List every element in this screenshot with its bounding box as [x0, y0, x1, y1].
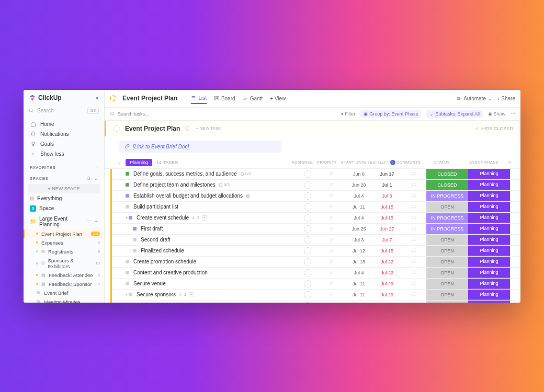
comments-cell[interactable]	[401, 237, 426, 243]
task-status-square[interactable]	[126, 194, 129, 198]
nav-goals[interactable]: Goals	[24, 139, 104, 149]
due-date-cell[interactable]: Jul 22	[373, 270, 401, 275]
automate-button[interactable]: Automate ⌄	[456, 96, 492, 101]
due-date-cell[interactable]: Jul 15	[373, 204, 401, 210]
assignee-cell[interactable]	[296, 247, 320, 255]
task-status-square[interactable]	[133, 227, 137, 230]
priority-cell[interactable]	[320, 281, 345, 286]
priority-cell[interactable]	[320, 171, 345, 177]
phase-cell[interactable]: Planning	[468, 213, 510, 223]
phase-cell[interactable]: Planning	[468, 191, 510, 201]
sidebar-list-item[interactable]: Expenses5	[24, 238, 104, 247]
col-priority[interactable]: PRIORITY	[314, 160, 339, 165]
comments-cell[interactable]	[401, 171, 426, 177]
task-status-square[interactable]	[126, 260, 129, 263]
comments-cell[interactable]	[401, 292, 426, 297]
priority-cell[interactable]	[320, 259, 345, 264]
assignee-cell[interactable]	[296, 302, 320, 303]
search-spaces-icon[interactable]	[86, 176, 91, 181]
assignee-cell[interactable]	[296, 214, 320, 222]
start-date-cell[interactable]: Jul 12	[345, 248, 373, 253]
everything-item[interactable]: ⊞ Everything	[24, 193, 104, 203]
assignee-cell[interactable]	[296, 170, 320, 178]
task-row[interactable]: Content and creative productionJul 4Jul …	[112, 268, 520, 279]
phase-cell[interactable]: Planning	[468, 235, 510, 245]
show-button[interactable]: ◉ Show	[488, 111, 505, 117]
add-subtask-button[interactable]: +	[202, 215, 207, 221]
phase-cell[interactable]: Planning	[468, 202, 510, 212]
status-cell[interactable]: OPEN	[426, 279, 468, 289]
sidebar-list-item[interactable]: ⊞Registrants9	[24, 247, 104, 256]
due-date-cell[interactable]: Jun 17	[373, 171, 401, 177]
phase-cell[interactable]: Planning	[468, 279, 510, 289]
phase-cell[interactable]: Planning	[468, 169, 510, 179]
task-row[interactable]: Finalized scheduleJul 12Jul 15OPENPlanni…	[112, 246, 520, 257]
tab-list[interactable]: List	[191, 93, 207, 104]
tab-board[interactable]: Board	[214, 94, 235, 103]
sidebar-list-item[interactable]: ▤Feedback: Sponsor6	[24, 280, 104, 289]
doc-attachment-icon[interactable]: 🗎	[246, 193, 251, 199]
add-subtask-button[interactable]: +	[189, 292, 194, 297]
start-date-cell[interactable]: Jul 4	[345, 270, 373, 275]
status-cell[interactable]: CLOSED	[426, 169, 468, 179]
due-date-cell[interactable]: Jul 1	[373, 182, 401, 188]
col-assignee[interactable]: ASSIGNEE	[290, 160, 314, 165]
start-date-cell[interactable]: Jun 20	[345, 182, 373, 188]
filter-button[interactable]: ▾ Filter	[341, 111, 356, 117]
start-date-cell[interactable]: Jun 25	[345, 226, 373, 232]
tab-add-view[interactable]: + View	[270, 94, 286, 103]
priority-cell[interactable]	[320, 204, 345, 210]
phase-cell[interactable]: Planning	[468, 301, 510, 303]
folder-item[interactable]: 📁 Large Event Planning ⋯ +	[24, 214, 104, 229]
start-date-cell[interactable]: Jul 4	[345, 193, 373, 199]
assignee-cell[interactable]	[296, 280, 320, 287]
add-column-button[interactable]: ⊕	[505, 160, 515, 165]
group-pill[interactable]: Planning	[126, 159, 152, 166]
due-date-cell[interactable]: Jun 27	[373, 226, 401, 232]
start-date-cell[interactable]: Jul 11	[345, 204, 373, 210]
due-date-cell[interactable]: Jul 8	[373, 193, 401, 199]
expand-toggle-icon[interactable]: ▾	[126, 292, 128, 297]
share-button[interactable]: ‹ Share	[497, 96, 515, 101]
comments-cell[interactable]	[401, 281, 426, 286]
status-cell[interactable]: IN PROGRESS	[426, 224, 468, 234]
start-date-cell[interactable]: Jul 18	[345, 259, 373, 264]
col-due-date[interactable]: DUE DATE ↑	[368, 160, 396, 165]
status-cell[interactable]: IN PROGRESS	[426, 213, 468, 223]
comments-cell[interactable]	[401, 248, 426, 253]
phase-cell[interactable]: Planning	[468, 246, 510, 256]
space-item[interactable]: S Space	[24, 203, 104, 214]
task-status-square[interactable]	[126, 183, 129, 187]
task-row[interactable]: Secure venueJul 11Jul 29OPENPlanning	[112, 279, 520, 290]
start-date-cell[interactable]: Jul 3	[345, 237, 373, 243]
search-input[interactable]: Search ⌘K	[24, 106, 104, 116]
doc-link[interactable]: [Link to Event Brief Doc]	[119, 141, 281, 153]
task-status-square[interactable]	[126, 271, 129, 274]
comments-cell[interactable]	[401, 226, 426, 232]
assignee-cell[interactable]	[296, 258, 320, 266]
status-cell[interactable]: OPEN	[426, 301, 468, 303]
subtasks-pill[interactable]: ⌄Subtasks: Expand All	[426, 110, 483, 118]
phase-cell[interactable]: Planning	[468, 290, 510, 300]
task-row[interactable]: Create promotion scheduleJul 18Jul 22OPE…	[112, 257, 520, 268]
status-cell[interactable]: OPEN	[426, 290, 468, 300]
comments-cell[interactable]	[401, 215, 426, 221]
assignee-cell[interactable]	[296, 225, 320, 233]
comments-cell[interactable]	[401, 270, 426, 275]
assignee-cell[interactable]	[296, 192, 320, 200]
app-logo[interactable]: ClickUp	[29, 94, 62, 101]
sidebar-list-item[interactable]: Event Project Plan23	[24, 229, 104, 238]
new-task-button[interactable]: + NEW TASK	[196, 126, 221, 131]
folder-more-icon[interactable]: ⋯	[87, 218, 93, 225]
hide-closed-button[interactable]: ✓ HIDE CLOSED	[475, 126, 513, 131]
phase-cell[interactable]: Planning	[468, 224, 510, 234]
comments-cell[interactable]	[401, 182, 426, 188]
sidebar-doc-item[interactable]: 🗎Meeting Minutes	[24, 297, 104, 303]
col-start-date[interactable]: START DATE	[339, 160, 368, 165]
start-date-cell[interactable]: Jun 6	[345, 171, 373, 177]
priority-cell[interactable]	[320, 237, 345, 243]
task-row[interactable]: Create partnership proposalsJun 27Jul 1O…	[112, 301, 520, 303]
col-comments[interactable]: COMMENTS	[396, 160, 421, 165]
new-space-button[interactable]: + NEW SPACE	[28, 184, 100, 193]
task-row[interactable]: Define project team and milestones0/3Jun…	[112, 180, 520, 191]
